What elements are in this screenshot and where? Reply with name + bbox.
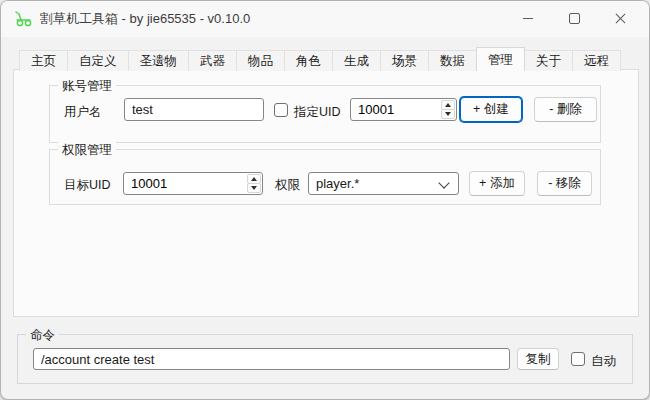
window-title: 割草机工具箱 - by jie65535 - v0.10.0 [40, 1, 250, 37]
uid-spinner[interactable] [350, 98, 457, 121]
command-input[interactable] [33, 348, 510, 370]
remove-permission-button[interactable]: - 移除 [537, 171, 592, 196]
spinner-down-icon [445, 112, 451, 116]
account-groupbox: 账号管理 用户名 指定UID + 创建 - 删除 [49, 85, 601, 143]
target-uid-label: 目标UID [64, 177, 111, 194]
auto-label: 自动 [591, 353, 616, 370]
specify-uid-checkbox[interactable] [274, 103, 288, 117]
permission-label: 权限 [275, 177, 300, 194]
tab-data[interactable]: 数据 [428, 50, 477, 71]
maximize-icon [569, 13, 580, 24]
username-input[interactable] [124, 98, 264, 121]
target-uid-spinner[interactable] [123, 172, 263, 195]
create-account-button[interactable]: + 创建 [460, 97, 522, 122]
combo-chevron-icon [438, 177, 449, 188]
app-window: 割草机工具箱 - by jie65535 - v0.10.0 主页 自定义 圣遗… [0, 0, 650, 400]
permission-select-value: player.* [316, 176, 359, 191]
close-icon [614, 12, 627, 25]
spinner-up-icon [445, 103, 451, 107]
username-label: 用户名 [64, 104, 102, 121]
titlebar: 割草机工具箱 - by jie65535 - v0.10.0 [1, 1, 649, 37]
uid-spinner-input[interactable] [351, 99, 447, 120]
tab-weapons[interactable]: 武器 [188, 50, 237, 71]
target-uid-spinner-arrows [247, 174, 261, 193]
tab-generate[interactable]: 生成 [332, 50, 381, 71]
target-uid-spin-down-button[interactable] [247, 183, 261, 193]
tab-artifacts[interactable]: 圣遗物 [128, 50, 190, 71]
command-group-title: 命令 [26, 327, 59, 344]
specify-uid-label: 指定UID [294, 104, 341, 121]
tab-characters[interactable]: 角色 [284, 50, 333, 71]
minimize-icon [523, 18, 533, 19]
command-groupbox: 命令 复制 自动 [17, 334, 633, 384]
tab-home[interactable]: 主页 [19, 50, 68, 71]
tab-remote[interactable]: 远程 [572, 50, 621, 71]
maximize-button[interactable] [551, 1, 597, 36]
minimize-button[interactable] [505, 1, 551, 36]
close-button[interactable] [597, 1, 643, 36]
target-uid-spinner-input[interactable] [124, 173, 253, 194]
tab-custom[interactable]: 自定义 [67, 50, 129, 71]
add-permission-button[interactable]: + 添加 [469, 171, 525, 196]
permission-group-title: 权限管理 [58, 142, 116, 159]
account-group-title: 账号管理 [58, 78, 116, 95]
uid-spin-down-button[interactable] [441, 109, 455, 119]
copy-button[interactable]: 复制 [517, 348, 559, 370]
tab-scene[interactable]: 场景 [380, 50, 429, 71]
spinner-down-icon [251, 186, 257, 190]
permission-groupbox: 权限管理 目标UID 权限 player.* + 添加 - 移除 [49, 149, 601, 205]
permission-select[interactable]: player.* [308, 172, 459, 195]
tab-items[interactable]: 物品 [236, 50, 285, 71]
tab-bar: 主页 自定义 圣遗物 武器 物品 角色 生成 场景 数据 管理 关于 远程 [19, 47, 621, 71]
spinner-up-icon [251, 177, 257, 181]
auto-checkbox[interactable] [571, 352, 585, 366]
uid-spinner-arrows [441, 100, 455, 119]
delete-account-button[interactable]: - 删除 [534, 97, 597, 122]
tab-about[interactable]: 关于 [524, 50, 573, 71]
app-icon [13, 10, 35, 28]
tab-manage[interactable]: 管理 [476, 47, 525, 71]
